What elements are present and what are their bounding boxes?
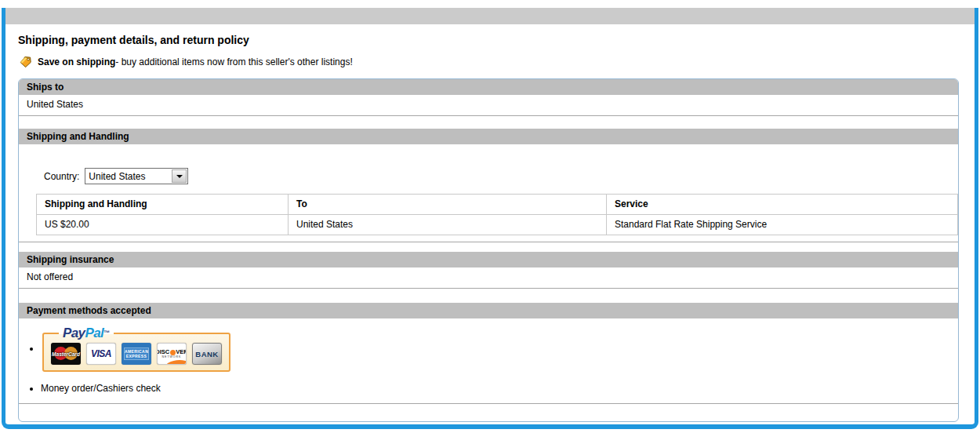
- page-title: Shipping, payment details, and return po…: [18, 34, 959, 46]
- table-cell-cost: US $20.00: [37, 215, 289, 235]
- discover-swoosh: [164, 360, 187, 365]
- country-label: Country:: [44, 171, 79, 182]
- promo-bold-text: Save on shipping: [38, 56, 115, 67]
- main-content: Shipping, payment details, and return po…: [5, 34, 975, 422]
- country-row: Country: United States: [36, 168, 958, 184]
- card-logos-row: MasterCard VISA AMERICAN EXPRESS DISCOVE…: [51, 343, 222, 365]
- top-gray-bar: [5, 8, 975, 24]
- shipping-handling-body: Country: United States Shipping and Hand…: [19, 144, 958, 242]
- shipping-insurance-value: Not offered: [19, 267, 958, 288]
- paypal-badge: PayPal™ MasterCard VISA AMERIC: [42, 326, 230, 372]
- list-item-money-order: Money order/Cashiers check: [41, 383, 958, 394]
- price-tags-icon: [18, 56, 32, 68]
- section-header-shipping-handling: Shipping and Handling: [19, 129, 958, 144]
- section-header-ships-to: Ships to: [19, 79, 958, 95]
- table-cell-destination: United States: [289, 215, 607, 235]
- bank-logo-icon: BANK: [192, 343, 222, 365]
- promo-rest-text: - buy additional items now from this sel…: [115, 56, 352, 67]
- shipping-details-box: Ships to United States Shipping and Hand…: [18, 78, 959, 422]
- dropdown-arrow-button: [172, 169, 187, 183]
- table-row: US $20.00 United States Standard Flat Ra…: [37, 215, 958, 235]
- page-frame: Shipping, payment details, and return po…: [2, 8, 978, 429]
- visa-logo-icon: VISA: [86, 343, 116, 365]
- table-header-cell: Shipping and Handling: [37, 195, 289, 215]
- american-express-logo-icon: AMERICAN EXPRESS: [122, 343, 151, 365]
- table-header-cell: Service: [607, 195, 958, 215]
- table-cell-service: Standard Flat Rate Shipping Service: [607, 215, 958, 235]
- chevron-down-icon: [176, 175, 183, 178]
- section-header-payment-methods: Payment methods accepted: [19, 303, 958, 318]
- discover-logo-icon: DISCOVER NETWORK: [157, 343, 187, 365]
- ships-to-value: United States: [19, 95, 958, 115]
- country-select-value: United States: [85, 169, 171, 184]
- paypal-logo: PayPal™: [59, 326, 114, 340]
- list-item-paypal: PayPal™ MasterCard VISA AMERIC: [41, 326, 958, 372]
- country-select[interactable]: United States: [85, 168, 188, 184]
- shipping-rates-table: Shipping and Handling To Service US $20.…: [36, 194, 958, 235]
- mastercard-logo-icon: MasterCard: [51, 343, 81, 365]
- table-header-row: Shipping and Handling To Service: [37, 195, 958, 215]
- table-header-cell: To: [289, 195, 607, 215]
- payment-methods-list: PayPal™ MasterCard VISA AMERIC: [19, 326, 958, 394]
- save-on-shipping-promo: Save on shipping - buy additional items …: [18, 56, 959, 68]
- section-header-shipping-insurance: Shipping insurance: [19, 252, 958, 267]
